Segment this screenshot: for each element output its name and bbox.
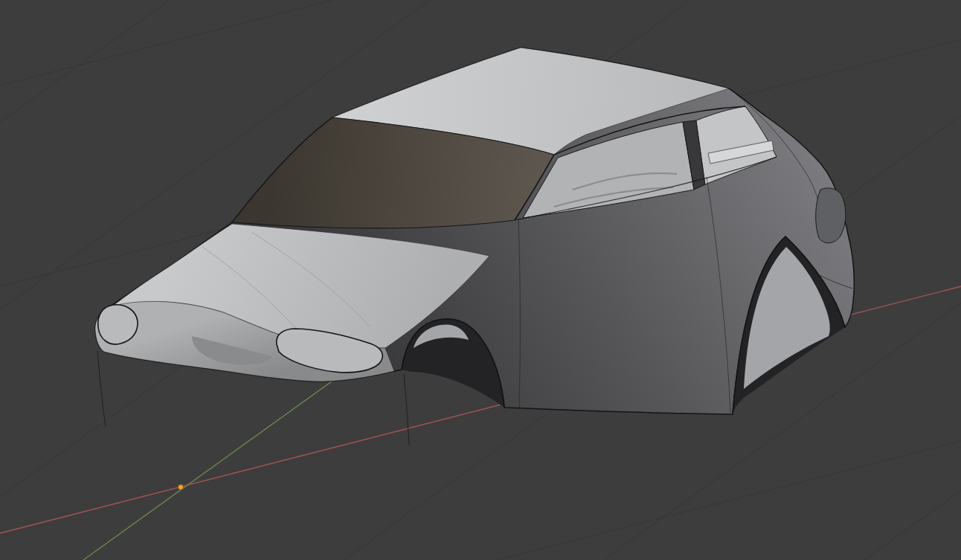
viewport-canvas[interactable] bbox=[0, 0, 961, 560]
viewport-3d[interactable] bbox=[0, 0, 961, 560]
object-origin-point[interactable] bbox=[179, 485, 184, 490]
car-headlight-left[interactable] bbox=[98, 305, 138, 344]
taillight[interactable] bbox=[816, 188, 846, 243]
